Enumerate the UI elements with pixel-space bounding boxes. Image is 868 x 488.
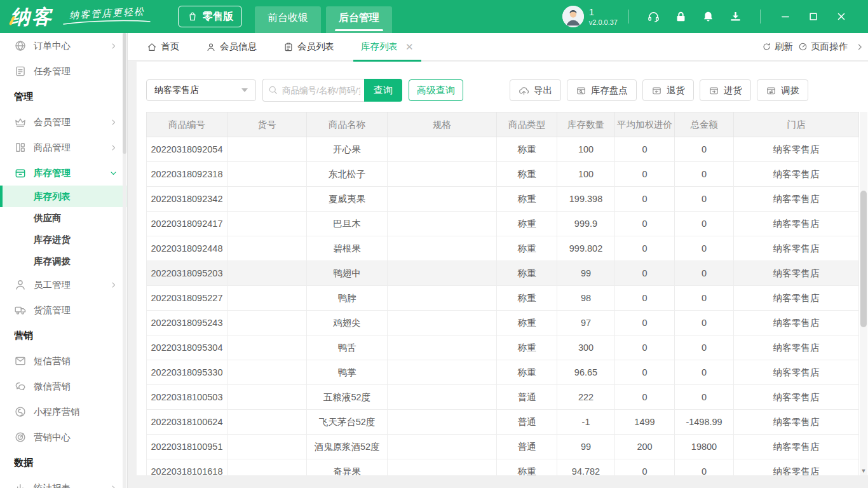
sidebar-item[interactable]: 微信营销 xyxy=(0,374,127,399)
table-row[interactable]: 20220318092448碧根果称重999.80200纳客零售店 xyxy=(147,236,859,261)
table-row[interactable]: 20220318095203鸭翅中称重9900纳客零售店 xyxy=(147,261,859,286)
column-header: 平均加权进价 xyxy=(615,112,675,137)
table-cell: 普通 xyxy=(497,410,557,435)
tab-label: 首页 xyxy=(161,41,179,53)
return-button[interactable]: 退货 xyxy=(642,79,694,101)
sidebar-subitem[interactable]: 库存调拨 xyxy=(0,250,127,272)
table-row[interactable]: 20220318095304鸭舌称重30000纳客零售店 xyxy=(147,336,859,360)
table-row[interactable]: 20220318095243鸡翅尖称重9700纳客零售店 xyxy=(147,311,859,336)
table-cell: 纳客零售店 xyxy=(734,385,859,410)
sidebar-item[interactable]: 营销中心 xyxy=(0,424,127,450)
table-cell: 称重 xyxy=(497,137,557,162)
chevron-right-icon[interactable] xyxy=(855,43,864,51)
table-cell: 0 xyxy=(615,137,675,162)
sidebar-item[interactable]: 任务管理 xyxy=(0,58,127,84)
sidebar-section-label: 数据 xyxy=(0,450,127,475)
sidebar-item-label: 营销中心 xyxy=(34,431,71,444)
table-cell: 0 xyxy=(675,137,734,162)
sidebar-item[interactable]: 统计报表 xyxy=(0,475,127,488)
chevron-down-icon xyxy=(109,169,118,177)
table-row[interactable]: 20220318101618奇异果称重94.78200纳客零售店 xyxy=(147,459,859,476)
tab-item[interactable]: 会员列表 xyxy=(276,33,342,61)
advanced-query-button[interactable]: 高级查询 xyxy=(409,79,463,101)
table-cell: 20220318095243 xyxy=(147,311,227,336)
table-cell xyxy=(388,187,497,212)
table-row[interactable]: 20220318100624飞天茅台52度普通-11499-1498.99纳客零… xyxy=(147,410,859,435)
store-select[interactable]: 纳客零售店 xyxy=(146,79,256,101)
scroll-down-arrow[interactable]: ▼ xyxy=(860,467,867,475)
header-nav-tab[interactable]: 前台收银 xyxy=(255,6,321,33)
table-scrollbar[interactable]: ▼ xyxy=(860,112,867,475)
crown-icon xyxy=(14,116,27,128)
table-row[interactable]: 20220318095330鸭掌称重96.6500纳客零售店 xyxy=(147,360,859,385)
sidebar-subitem[interactable]: 供应商 xyxy=(0,207,127,229)
sidebar-item[interactable]: 货流管理 xyxy=(0,297,127,323)
table-cell: 东北松子 xyxy=(307,162,388,187)
chevron-right-icon xyxy=(109,118,118,126)
sidebar-subitem[interactable]: 库存列表 xyxy=(0,186,127,207)
table-row[interactable]: 20220318100503五粮液52度普通22200纳客零售店 xyxy=(147,385,859,410)
table-row[interactable]: 20220318092417巴旦木称重999.900纳客零售店 xyxy=(147,212,859,236)
tab-label: 会员列表 xyxy=(297,41,334,53)
sidebar-item[interactable]: 短信营销 xyxy=(0,348,127,374)
sidebar-scrollbar-thumb[interactable] xyxy=(123,33,126,154)
table-cell: 酒鬼原浆酒52度 xyxy=(307,435,388,459)
sidebar-subitem[interactable]: 库存进货 xyxy=(0,229,127,250)
table-cell: 0 xyxy=(615,360,675,385)
minimize-button[interactable] xyxy=(780,11,791,22)
page-ops-button[interactable]: 页面操作 xyxy=(798,41,848,53)
close-button[interactable] xyxy=(836,11,847,22)
table-row[interactable]: 20220318092318东北松子称重10000纳客零售店 xyxy=(147,162,859,187)
edition-badge[interactable]: 零售版 xyxy=(178,6,242,27)
table-cell: 奇异果 xyxy=(307,459,388,476)
logo-text: 纳客 xyxy=(10,6,53,28)
sidebar-item[interactable]: 员工管理 xyxy=(0,272,127,297)
table-cell: 999.802 xyxy=(557,236,615,261)
sidebar-item[interactable]: 小程序营销 xyxy=(0,399,127,424)
export-button[interactable]: 导出 xyxy=(510,79,561,101)
tab-active[interactable]: 库存列表✕ xyxy=(353,33,421,61)
table-cell: 0 xyxy=(675,311,734,336)
bell-icon[interactable] xyxy=(702,10,715,24)
tab-item[interactable]: 首页 xyxy=(139,33,187,61)
sidebar-menu: 订单中心任务管理管理会员管理商品管理库存管理库存列表供应商库存进货库存调拨员工管… xyxy=(0,33,127,488)
sidebar-item-label: 小程序营销 xyxy=(34,406,80,418)
table-cell xyxy=(388,286,497,311)
table-row[interactable]: 20220318092054开心果称重10000纳客零售店 xyxy=(147,137,859,162)
sidebar-scrollbar[interactable] xyxy=(123,33,126,488)
avatar[interactable] xyxy=(562,6,584,27)
refresh-button[interactable]: 刷新 xyxy=(762,41,793,53)
sidebar-item-label: 会员管理 xyxy=(34,116,71,128)
sidebar-item[interactable]: 商品管理 xyxy=(0,135,127,160)
sidebar-item-label: 库存管理 xyxy=(34,167,71,179)
lock-icon[interactable] xyxy=(674,10,688,24)
sidebar-item[interactable]: 会员管理 xyxy=(0,109,127,135)
sidebar-section-label: 营销 xyxy=(0,323,127,348)
header-nav-tab[interactable]: 后台管理 xyxy=(326,6,392,33)
table-cell: 0 xyxy=(675,261,734,286)
table-scrollbar-thumb[interactable] xyxy=(860,191,867,327)
close-tab-icon[interactable]: ✕ xyxy=(405,41,414,53)
table-cell: 20220318092318 xyxy=(147,162,227,187)
maximize-button[interactable] xyxy=(808,11,819,22)
sidebar-item[interactable]: 订单中心 xyxy=(0,33,127,58)
table-header-row: 商品编号货号商品名称规格商品类型库存数量平均加权进价总金额门店 xyxy=(147,112,859,137)
table-row[interactable]: 20220318095227鸭脖称重9800纳客零售店 xyxy=(147,286,859,311)
sidebar-item[interactable]: 库存管理 xyxy=(0,160,127,186)
table-cell: 20220318092448 xyxy=(147,236,227,261)
table-row[interactable]: 20220318100951酒鬼原浆酒52度普通9920019800纳客零售店 xyxy=(147,435,859,459)
sidebar-item-label: 统计报表 xyxy=(34,482,71,488)
table-cell xyxy=(227,212,307,236)
tab-item[interactable]: 会员信息 xyxy=(198,33,264,61)
stocktake-button[interactable]: 库存盘点 xyxy=(567,79,637,101)
table-cell xyxy=(388,435,497,459)
download-icon[interactable] xyxy=(729,10,742,24)
chevron-right-icon xyxy=(109,144,118,152)
query-button[interactable]: 查询 xyxy=(364,79,402,102)
target-icon xyxy=(14,431,27,444)
purchase-button[interactable]: 进货 xyxy=(700,79,751,101)
table-cell xyxy=(227,261,307,286)
table-row[interactable]: 20220318092342夏威夷果称重199.39800纳客零售店 xyxy=(147,187,859,212)
support-icon[interactable] xyxy=(647,10,660,24)
transfer-button[interactable]: 调拨 xyxy=(757,79,808,101)
